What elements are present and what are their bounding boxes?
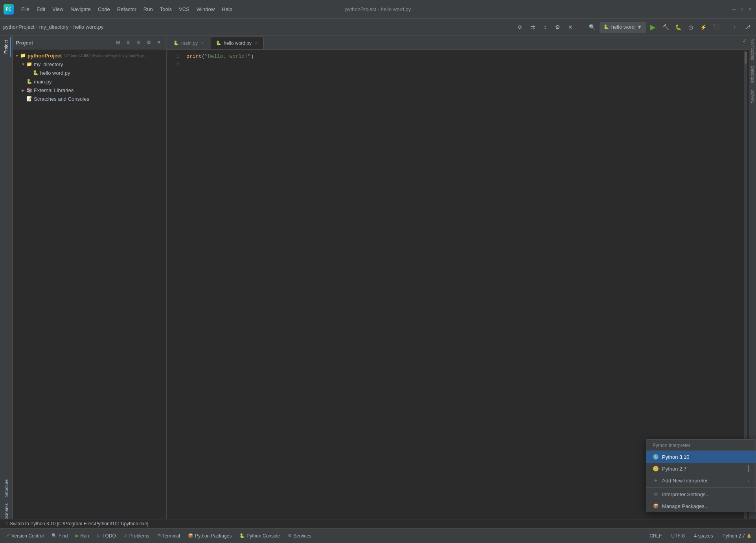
interpreter-python27[interactable]: 🐍 Python 2.7 <box>646 463 756 475</box>
menu-help[interactable]: Help <box>219 5 235 14</box>
tab-main-py[interactable]: 🐍 main.py ✕ <box>168 37 210 49</box>
menu-tools[interactable]: Tools <box>157 5 175 14</box>
expand-all-button[interactable]: ⊞ <box>114 38 122 47</box>
run-config[interactable]: 🐍 hello word ▼ <box>600 22 646 33</box>
right-database[interactable]: Database <box>750 63 756 86</box>
status-right: CRLF UTF-8 4 spaces Python 2.7 🔒 <box>648 532 753 539</box>
tree-external-libraries[interactable]: ▶ 📚 External Libraries <box>13 86 166 94</box>
tab-main-py-close[interactable]: ✕ <box>200 40 205 46</box>
interpreter-python310[interactable]: 🐍 Python 3.10 <box>646 451 756 463</box>
status-python-console[interactable]: 🐍 Python Console <box>238 532 281 539</box>
menu-navigate[interactable]: Navigate <box>67 5 94 14</box>
todo-icon: ☑ <box>97 533 101 538</box>
add-new-label: Add New Interpreter <box>662 478 708 484</box>
git-button[interactable]: ⎇ <box>742 22 753 33</box>
profile-button[interactable]: ⚡ <box>698 22 709 33</box>
project-panel-header: Project ⊞ ≡ ⊡ ⚙ ✕ <box>13 35 166 50</box>
status-python-packages[interactable]: 📦 Python Packages <box>186 532 233 539</box>
sync-button[interactable]: ⟳ <box>515 22 526 33</box>
status-crlf[interactable]: CRLF <box>648 532 663 539</box>
status-terminal[interactable]: ⊞ Terminal <box>156 532 182 539</box>
main-py-icon: 🐍 <box>26 78 32 85</box>
menu-file[interactable]: File <box>18 5 33 14</box>
menu-run[interactable]: Run <box>140 5 156 14</box>
run-button[interactable]: ▶ <box>647 22 659 33</box>
close-button[interactable]: ✕ <box>747 6 753 13</box>
activity-structure[interactable]: Structure <box>2 476 10 500</box>
interpreter-settings-label: Interpreter Settings... <box>662 491 710 497</box>
breadcrumb-file[interactable]: hello word.py <box>74 24 104 30</box>
status-interpreter[interactable]: Python 2.7 🔒 <box>721 532 753 539</box>
breadcrumb: pythonProject › my_directory › hello wor… <box>3 24 103 30</box>
tab-hello-word-close[interactable]: ✕ <box>254 40 259 46</box>
status-indent[interactable]: 4 spaces <box>693 532 715 539</box>
status-services[interactable]: ⚙ Services <box>286 532 313 539</box>
activity-project[interactable]: Project <box>2 37 11 57</box>
title-bar: PC File Edit View Navigate Code Refactor… <box>0 0 756 19</box>
stop-button[interactable]: ⬛ <box>710 22 721 33</box>
services-icon: ⚙ <box>288 533 292 538</box>
ext-lib-icon: 📚 <box>26 87 32 93</box>
sort-button[interactable]: ↕ <box>540 22 551 33</box>
notice-icon: □ <box>5 521 7 526</box>
build-button[interactable]: 🔨 <box>660 22 671 33</box>
settings-icon: ⚙ <box>653 491 659 497</box>
project-panel: Project ⊞ ≡ ⊡ ⚙ ✕ ▼ 📁 pythonProject C:\U… <box>13 35 167 528</box>
status-encoding[interactable]: UTF-8 <box>670 532 686 539</box>
close-project-panel-button[interactable]: ✕ <box>155 38 163 47</box>
collapse-all-btn[interactable]: ≡ <box>124 38 132 47</box>
console-icon: 🐍 <box>239 533 245 538</box>
collapse-all-button[interactable]: ⇉ <box>527 22 538 33</box>
menu-edit[interactable]: Edit <box>33 5 48 14</box>
tree-root-project[interactable]: ▼ 📁 pythonProject C:\Users\13600\Pycharm… <box>13 51 166 60</box>
menu-window[interactable]: Window <box>193 5 218 14</box>
status-problems[interactable]: ⚠ Problems <box>122 532 151 539</box>
group-button[interactable]: ⊡ <box>134 38 143 47</box>
status-run[interactable]: ▶ Run <box>74 532 90 539</box>
interpreter-dropdown: Python Interpreter 🐍 Python 3.10 🐍 Pytho… <box>646 439 756 512</box>
maximize-button[interactable]: □ <box>739 6 745 13</box>
interpreter-add-new[interactable]: + Add New Interpreter › <box>646 475 756 486</box>
right-sciview[interactable]: SciView <box>750 86 756 106</box>
line-num-2: 2 <box>169 61 179 69</box>
arrow-root: ▼ <box>14 53 20 58</box>
tree-hello-word[interactable]: ▶ 🐍 hello word.py <box>13 68 166 77</box>
manage-packages[interactable]: 📦 Manage Packages... <box>646 500 756 512</box>
terminal-icon: ⊞ <box>157 533 161 538</box>
minimize-button[interactable]: — <box>731 6 737 13</box>
status-todo[interactable]: ☑ TODO <box>95 532 117 539</box>
tree-main-py[interactable]: ▶ 🐍 main.py <box>13 77 166 86</box>
search-everywhere-button[interactable]: 🔍 <box>587 22 598 33</box>
tree-my-directory-label: my_directory <box>34 61 63 67</box>
tree-scratches[interactable]: ▶ 📝 Scratches and Consoles <box>13 94 166 103</box>
menu-vcs[interactable]: VCS <box>176 5 193 14</box>
scrollbar-thumb[interactable] <box>745 52 747 64</box>
status-vc-label: Version Control <box>11 533 44 539</box>
breadcrumb-directory[interactable]: my_directory <box>39 24 68 30</box>
tab-hello-word-icon: 🐍 <box>216 41 221 46</box>
project-header-actions: ⊞ ≡ ⊡ ⚙ ✕ <box>114 38 163 47</box>
settings-button[interactable]: ⚙ <box>552 22 563 33</box>
right-notifications[interactable]: Notifications <box>750 35 756 63</box>
menu-code[interactable]: Code <box>95 5 113 14</box>
my-directory-icon: 📁 <box>26 61 32 67</box>
menu-view[interactable]: View <box>49 5 66 14</box>
tree-main-py-label: main.py <box>34 79 52 85</box>
hide-button[interactable]: ✕ <box>565 22 576 33</box>
tree-root-label: pythonProject <box>28 53 62 59</box>
status-find[interactable]: 🔍 Find <box>50 532 69 539</box>
run-icon: ▶ <box>75 533 79 538</box>
project-settings-button[interactable]: ⚙ <box>144 38 153 47</box>
app-icon: PC <box>3 4 14 15</box>
status-version-control[interactable]: ⎇ Version Control <box>3 532 45 539</box>
interpreter-settings[interactable]: ⚙ Interpreter Settings... <box>646 488 756 500</box>
activity-bar: Project Structure Bookmarks <box>0 35 13 528</box>
coverage-button[interactable]: ◷ <box>685 22 696 33</box>
tab-hello-word[interactable]: 🐍 hello word.py ✕ <box>211 37 264 49</box>
vcs-update-button[interactable]: ↑ <box>729 22 740 33</box>
menu-refactor[interactable]: Refactor <box>114 5 140 14</box>
dropdown-divider <box>646 487 756 488</box>
tree-my-directory[interactable]: ▼ 📁 my_directory <box>13 60 166 68</box>
debug-button[interactable]: 🐛 <box>673 22 684 33</box>
breadcrumb-project[interactable]: pythonProject <box>3 24 35 30</box>
